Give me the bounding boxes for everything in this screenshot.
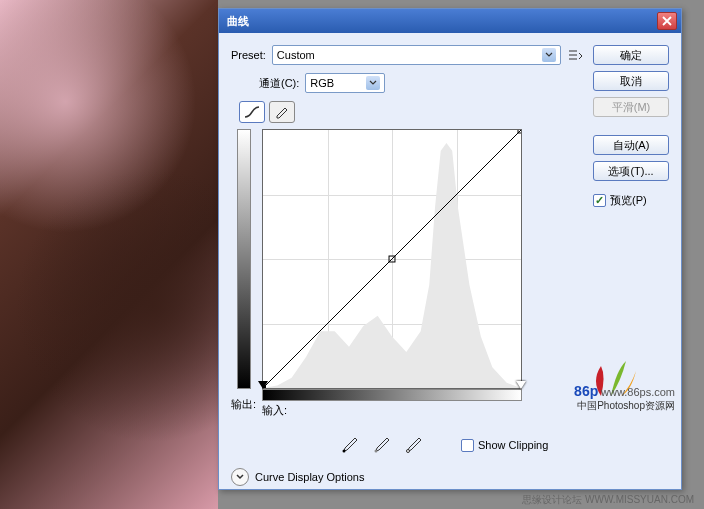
input-gradient[interactable] <box>262 389 522 401</box>
preview-checkbox[interactable] <box>593 194 606 207</box>
watermark-text: 86p www.86ps.com <box>574 383 675 399</box>
preview-label: 预览(P) <box>610 193 647 208</box>
chevron-down-icon <box>366 76 380 90</box>
svg-point-5 <box>375 450 378 453</box>
show-clipping-option[interactable]: Show Clipping <box>461 439 548 452</box>
chevron-down-icon <box>235 473 245 481</box>
show-clipping-checkbox[interactable] <box>461 439 474 452</box>
channel-value: RGB <box>310 77 334 89</box>
curve-display-label: Curve Display Options <box>255 471 364 483</box>
pencil-tool-button[interactable] <box>269 101 295 123</box>
dialog-titlebar[interactable]: 曲线 <box>219 9 681 33</box>
white-point-slider[interactable] <box>516 381 526 389</box>
options-button[interactable]: 选项(T)... <box>593 161 669 181</box>
eyedropper-gray-icon[interactable] <box>373 436 391 454</box>
expand-options-button[interactable] <box>231 468 249 486</box>
svg-point-6 <box>407 450 410 453</box>
eyedropper-black-icon[interactable] <box>341 436 359 454</box>
curve-tool-button[interactable] <box>239 101 265 123</box>
preset-dropdown[interactable]: Custom <box>272 45 561 65</box>
auto-button[interactable]: 自动(A) <box>593 135 669 155</box>
svg-line-0 <box>263 130 521 388</box>
preset-label: Preset: <box>231 49 266 61</box>
background-image <box>0 0 218 509</box>
curve-line <box>263 130 521 388</box>
output-gradient[interactable] <box>237 129 251 389</box>
preset-menu-icon[interactable] <box>567 48 583 62</box>
show-clipping-label: Show Clipping <box>478 439 548 451</box>
chevron-down-icon <box>542 48 556 62</box>
ok-button[interactable]: 确定 <box>593 45 669 65</box>
output-label: 输出: <box>231 397 256 412</box>
black-point-slider[interactable] <box>258 381 268 389</box>
eyedropper-white-icon[interactable] <box>405 436 423 454</box>
watermark-sitename: 中国Photoshop资源网 <box>577 399 675 413</box>
curve-icon <box>243 105 261 119</box>
channel-label: 通道(C): <box>259 76 299 91</box>
curve-graph[interactable] <box>262 129 522 389</box>
preset-value: Custom <box>277 49 315 61</box>
curves-dialog: 曲线 Preset: Custom 通道(C): RGB <box>218 8 682 490</box>
smooth-button: 平滑(M) <box>593 97 669 117</box>
footer-text: 思缘设计论坛 WWW.MISSYUAN.COM <box>522 493 694 507</box>
pencil-icon <box>274 105 290 119</box>
close-button[interactable] <box>657 12 677 30</box>
cancel-button[interactable]: 取消 <box>593 71 669 91</box>
input-label: 输入: <box>262 403 287 418</box>
channel-dropdown[interactable]: RGB <box>305 73 385 93</box>
svg-point-4 <box>343 450 346 453</box>
preview-option[interactable]: 预览(P) <box>593 193 669 208</box>
dialog-title: 曲线 <box>227 14 249 29</box>
close-icon <box>662 16 672 26</box>
